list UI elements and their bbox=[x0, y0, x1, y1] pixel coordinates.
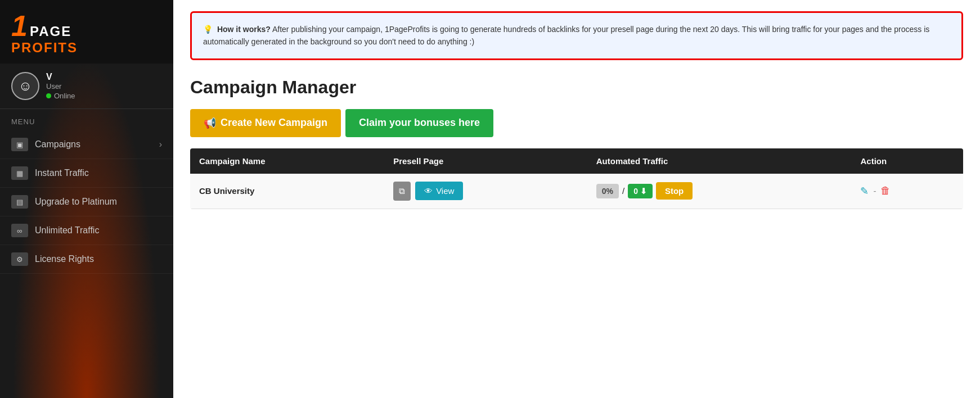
upgrade-icon: ▤ bbox=[11, 195, 28, 209]
campaign-table: Campaign Name Presell Page Automated Tra… bbox=[190, 148, 963, 209]
avatar: ☺ bbox=[11, 72, 39, 100]
col-automated-traffic: Automated Traffic bbox=[587, 148, 852, 174]
user-info: V User Online bbox=[46, 72, 75, 100]
campaigns-icon: ▣ bbox=[11, 138, 28, 151]
user-section: ☺ V User Online bbox=[0, 64, 173, 109]
info-description: After publishing your campaign, 1PagePro… bbox=[203, 25, 929, 46]
presell-page-cell: ⧉ 👁 View bbox=[384, 174, 587, 209]
claim-bonus-label: Claim your bonuses here bbox=[359, 117, 480, 128]
logo-profits: PROFITS bbox=[11, 40, 78, 55]
instant-traffic-icon: ▦ bbox=[11, 166, 28, 180]
logo-area: 1 PAGE PROFITS bbox=[0, 0, 173, 64]
unlimited-traffic-label: Unlimited Traffic bbox=[35, 225, 99, 236]
traffic-info: 0% / 0 ⬇ Stop bbox=[596, 182, 843, 200]
action-buttons-cell: ✎ - 🗑 bbox=[860, 185, 954, 197]
online-dot bbox=[46, 93, 51, 98]
sidebar-item-campaigns[interactable]: ▣ Campaigns › bbox=[0, 130, 173, 159]
user-role: User bbox=[46, 82, 75, 91]
info-bold: How it works? bbox=[217, 25, 271, 34]
col-presell-page: Presell Page bbox=[384, 148, 587, 174]
logo-page: PAGE bbox=[30, 24, 71, 39]
col-campaign-name: Campaign Name bbox=[190, 148, 384, 174]
license-icon: ⚙ bbox=[11, 252, 28, 266]
online-label: Online bbox=[54, 92, 75, 100]
campaigns-arrow: › bbox=[159, 139, 162, 150]
delete-campaign-button[interactable]: 🗑 bbox=[880, 185, 891, 197]
campaigns-label: Campaigns bbox=[35, 139, 80, 150]
action-buttons: 📢 Create New Campaign Claim your bonuses… bbox=[190, 109, 963, 137]
action-divider: - bbox=[873, 186, 876, 196]
traffic-count-value: 0 bbox=[633, 187, 638, 196]
logo-one: 1 bbox=[11, 11, 28, 40]
create-campaign-button[interactable]: 📢 Create New Campaign bbox=[190, 109, 341, 137]
menu-label: Menu bbox=[0, 109, 173, 130]
edit-campaign-button[interactable]: ✎ bbox=[860, 185, 869, 197]
sidebar: 1 PAGE PROFITS ☺ V User Online Menu ▣ bbox=[0, 0, 173, 398]
claim-bonuses-button[interactable]: Claim your bonuses here bbox=[345, 109, 493, 137]
instant-traffic-label: Instant Traffic bbox=[35, 168, 89, 178]
col-action: Action bbox=[851, 148, 963, 174]
sidebar-item-unlimited-traffic[interactable]: ∞ Unlimited Traffic bbox=[0, 216, 173, 245]
sidebar-item-upgrade-platinum[interactable]: ▤ Upgrade to Platinum bbox=[0, 188, 173, 216]
main-content: 💡 How it works? After publishing your ca… bbox=[173, 0, 980, 398]
megaphone-icon: 📢 bbox=[204, 117, 216, 129]
presell-buttons: ⧉ 👁 View bbox=[393, 182, 578, 201]
sidebar-item-license-rights[interactable]: ⚙ License Rights bbox=[0, 245, 173, 274]
traffic-divider: / bbox=[622, 186, 624, 196]
traffic-cell: 0% / 0 ⬇ Stop bbox=[587, 174, 852, 209]
eye-icon: 👁 bbox=[424, 186, 433, 196]
campaign-name-value: CB University bbox=[199, 186, 254, 196]
logo: 1 PAGE PROFITS bbox=[11, 11, 78, 55]
trash-icon: 🗑 bbox=[880, 185, 891, 196]
info-box: 💡 How it works? After publishing your ca… bbox=[190, 11, 963, 60]
action-cell: ✎ - 🗑 bbox=[851, 174, 963, 209]
copy-icon: ⧉ bbox=[399, 186, 405, 196]
username: V bbox=[46, 72, 75, 82]
view-page-button[interactable]: 👁 View bbox=[415, 182, 463, 200]
view-label: View bbox=[436, 186, 454, 196]
campaign-manager-title: Campaign Manager bbox=[190, 77, 963, 98]
table-row: CB University ⧉ 👁 View bbox=[190, 174, 963, 209]
traffic-pct-badge: 0% bbox=[596, 184, 619, 198]
unlimited-traffic-icon: ∞ bbox=[11, 224, 28, 237]
sidebar-item-instant-traffic[interactable]: ▦ Instant Traffic bbox=[0, 159, 173, 188]
info-icon: 💡 bbox=[203, 25, 213, 34]
edit-icon: ✎ bbox=[860, 186, 869, 197]
campaign-name-cell: CB University bbox=[190, 174, 384, 209]
upgrade-label: Upgrade to Platinum bbox=[35, 197, 117, 207]
online-status: Online bbox=[46, 92, 75, 100]
traffic-count-badge: 0 ⬇ bbox=[628, 184, 653, 198]
stop-button[interactable]: Stop bbox=[656, 182, 693, 200]
create-campaign-label: Create New Campaign bbox=[221, 117, 327, 129]
copy-link-button[interactable]: ⧉ bbox=[393, 182, 411, 201]
license-label: License Rights bbox=[35, 254, 94, 264]
download-icon: ⬇ bbox=[640, 187, 647, 196]
